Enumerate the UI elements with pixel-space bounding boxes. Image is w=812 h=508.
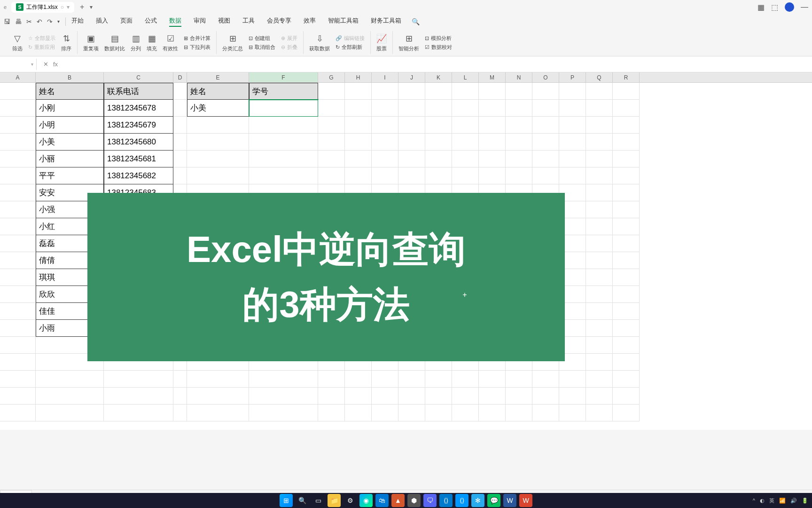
app-menu[interactable]: e (4, 4, 7, 10)
cell[interactable] (613, 235, 640, 252)
cell[interactable] (372, 100, 398, 117)
name-box-dropdown-icon[interactable]: ▾ (31, 62, 33, 67)
cell[interactable] (187, 117, 249, 134)
cell[interactable] (613, 303, 640, 320)
cell[interactable] (452, 117, 479, 134)
menu-page[interactable]: 页面 (120, 16, 133, 27)
tray-up-icon[interactable]: ^ (753, 498, 755, 503)
cell[interactable] (559, 117, 586, 134)
tab-close-icon[interactable]: ▾ (67, 4, 70, 10)
cell[interactable] (613, 337, 640, 354)
cell-phone[interactable]: 13812345682 (104, 167, 173, 184)
vscode2-button[interactable]: ⟨⟩ (455, 494, 468, 507)
cell[interactable] (372, 167, 398, 184)
cell[interactable] (345, 134, 372, 151)
cell[interactable] (318, 388, 345, 405)
cell[interactable] (345, 117, 372, 134)
cell[interactable] (586, 371, 613, 388)
cell[interactable] (613, 320, 640, 337)
cell[interactable] (372, 405, 398, 421)
word-button[interactable]: W (503, 494, 516, 507)
menu-smart-toolbox[interactable]: 智能工具箱 (328, 16, 359, 27)
cell[interactable] (559, 83, 586, 100)
cell[interactable] (506, 388, 532, 405)
cell[interactable] (452, 83, 479, 100)
menu-start[interactable]: 开始 (71, 16, 84, 27)
show-all-button[interactable]: ☆全部显示 (28, 35, 55, 42)
cell[interactable] (318, 371, 345, 388)
tray-copilot-icon[interactable]: ◐ (760, 498, 765, 504)
cell[interactable] (173, 100, 187, 117)
dropdown-list-button[interactable]: ⊟下拉列表 (184, 44, 211, 51)
cell[interactable] (613, 201, 640, 218)
cell[interactable] (173, 134, 187, 151)
cell[interactable] (372, 151, 398, 167)
getdata-button[interactable]: ⇩获取数据 (309, 33, 330, 52)
cell[interactable] (0, 83, 36, 100)
cell[interactable] (372, 134, 398, 151)
col-header-j[interactable]: J (398, 72, 425, 82)
cell[interactable] (0, 252, 36, 269)
cell[interactable] (532, 167, 559, 184)
cell[interactable] (586, 286, 613, 303)
cell[interactable] (0, 167, 36, 184)
cell[interactable] (425, 117, 452, 134)
cell-phone[interactable]: 13812345680 (104, 134, 173, 151)
cell[interactable] (613, 371, 640, 388)
cell[interactable] (613, 117, 640, 134)
file-tab[interactable]: S 工作簿1.xlsx ○ ▾ (11, 2, 74, 13)
cell[interactable] (532, 117, 559, 134)
cell[interactable] (398, 100, 425, 117)
cell[interactable] (173, 371, 187, 388)
app-button-3[interactable]: 🗨 (423, 494, 437, 507)
cell[interactable] (532, 151, 559, 167)
cell[interactable] (372, 371, 398, 388)
menu-member[interactable]: 会员专享 (267, 16, 291, 27)
validation-button[interactable]: ☑数据校对 (425, 44, 452, 51)
cell[interactable] (249, 388, 318, 405)
menu-tools[interactable]: 工具 (242, 16, 255, 27)
col-header-p[interactable]: P (559, 72, 586, 82)
taskview-button[interactable]: ▭ (312, 494, 325, 507)
cell[interactable] (0, 235, 36, 252)
dropdown-icon[interactable]: ▾ (57, 19, 60, 24)
cell[interactable] (398, 117, 425, 134)
cell[interactable] (532, 83, 559, 100)
dedup-button[interactable]: ▣重复项 (83, 33, 99, 52)
header-name2[interactable]: 姓名 (187, 83, 249, 100)
cancel-icon[interactable]: ✕ (43, 61, 48, 68)
whatif-button[interactable]: ⊡模拟分析 (425, 35, 452, 42)
cell[interactable] (479, 371, 506, 388)
cell[interactable] (345, 100, 372, 117)
settings-button[interactable]: ⚙ (344, 494, 357, 507)
cell[interactable] (532, 134, 559, 151)
stocks-button[interactable]: 📈股票 (376, 33, 387, 52)
cell[interactable] (0, 405, 36, 421)
cell-phone[interactable]: 13812345681 (104, 151, 173, 167)
cell[interactable] (613, 184, 640, 201)
split-button[interactable]: ▥分列 (131, 33, 141, 52)
formula-input[interactable] (64, 61, 812, 68)
cell[interactable] (372, 117, 398, 134)
cell[interactable] (506, 371, 532, 388)
collapse-button[interactable]: ⊖折叠 (281, 44, 297, 51)
cell[interactable] (345, 167, 372, 184)
cell[interactable] (0, 388, 36, 405)
cell[interactable] (559, 134, 586, 151)
cell[interactable] (613, 252, 640, 269)
cell[interactable] (479, 151, 506, 167)
cell[interactable] (586, 269, 613, 286)
cell[interactable] (506, 151, 532, 167)
cell[interactable] (559, 371, 586, 388)
cell[interactable] (345, 83, 372, 100)
cell-name[interactable]: 平平 (36, 167, 104, 184)
cell[interactable] (173, 388, 187, 405)
cell[interactable] (452, 151, 479, 167)
col-header-d[interactable]: D (173, 72, 187, 82)
explorer-button[interactable]: 📁 (328, 494, 341, 507)
col-header-n[interactable]: N (506, 72, 532, 82)
cell[interactable] (0, 269, 36, 286)
cell[interactable] (586, 388, 613, 405)
reapply-button[interactable]: ↻重新应用 (28, 44, 55, 51)
menu-insert[interactable]: 插入 (96, 16, 108, 27)
